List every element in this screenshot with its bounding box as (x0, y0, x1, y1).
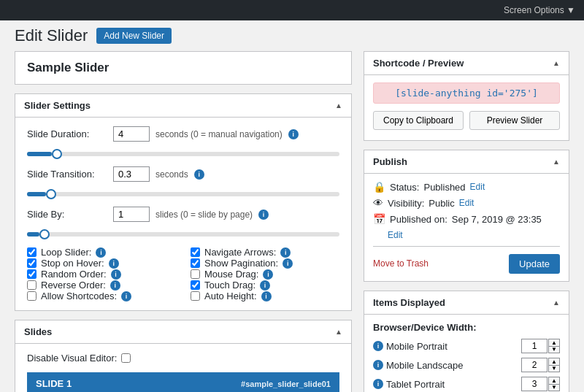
mobile-landscape-down[interactable]: ▼ (548, 365, 560, 372)
slide-by-info-icon[interactable]: i (258, 210, 269, 220)
shortcode-toggle[interactable]: ▲ (553, 59, 560, 67)
slider-settings-header[interactable]: Slider Settings ▲ (15, 94, 351, 118)
slide-transition-thumb[interactable] (46, 189, 56, 199)
update-button[interactable]: Update (509, 254, 560, 274)
published-date-row: 📅 Published on: Sep 7, 2019 @ 23:35 (373, 213, 560, 225)
slide-duration-range (27, 152, 339, 156)
allow-shortcodes-row: Allow Shortcodes: i (27, 291, 176, 301)
mobile-portrait-text: Mobile Portrait (386, 341, 447, 352)
navigate-arrows-info[interactable]: i (280, 247, 291, 258)
mobile-landscape-input[interactable] (521, 358, 548, 372)
slides-toggle[interactable]: ▲ (335, 328, 342, 336)
slider-settings-metabox: Slider Settings ▲ Slide Duration: second… (15, 93, 352, 311)
publish-header[interactable]: Publish ▲ (364, 150, 569, 174)
random-order-checkbox[interactable] (27, 269, 36, 279)
slide-1-header[interactable]: SLIDE 1 #sample_slider_slide01 (27, 372, 339, 392)
slide-duration-track[interactable] (27, 152, 339, 156)
status-label: Status: (390, 182, 419, 193)
visibility-edit-link[interactable]: Edit (459, 198, 474, 208)
tablet-portrait-up[interactable]: ▲ (548, 377, 560, 384)
mobile-portrait-down[interactable]: ▼ (548, 346, 560, 353)
loop-slider-info[interactable]: i (96, 247, 106, 258)
shortcode-code[interactable]: [slide-anything id='275'] (373, 82, 560, 104)
device-mobile-landscape: i Mobile Landscape ▲ ▼ (373, 358, 560, 372)
slide-transition-input[interactable] (113, 166, 150, 182)
mobile-landscape-info[interactable]: i (373, 360, 383, 370)
slide-transition-info-icon[interactable]: i (194, 169, 204, 180)
slide-by-input[interactable] (113, 207, 150, 222)
main-container: Sample Slider Slider Settings ▲ Slide Du… (0, 51, 584, 392)
disable-editor-checkbox[interactable] (121, 353, 131, 363)
reverse-order-row: Reverse Order: i (27, 280, 176, 291)
slide-transition-fill (27, 192, 46, 196)
mouse-drag-checkbox[interactable] (191, 269, 200, 279)
show-pagination-label: Show Pagination: (204, 258, 278, 269)
calendar-icon: 📅 (373, 213, 385, 225)
stop-hover-info[interactable]: i (109, 258, 119, 269)
mouse-drag-info[interactable]: i (263, 269, 273, 280)
show-pagination-checkbox[interactable] (191, 258, 200, 268)
loop-slider-row: Loop Slider: i (27, 247, 176, 258)
publish-toggle[interactable]: ▲ (553, 158, 560, 166)
content-area: Sample Slider Slider Settings ▲ Slide Du… (15, 51, 352, 392)
checkboxes-right: Navigate Arrows: i Show Pagination: i Mo… (191, 247, 339, 301)
slide-transition-range (27, 192, 339, 196)
status-edit-link[interactable]: Edit (470, 182, 485, 192)
auto-height-info[interactable]: i (261, 291, 272, 301)
allow-shortcodes-info[interactable]: i (121, 291, 131, 301)
slider-settings-toggle[interactable]: ▲ (335, 101, 342, 109)
navigate-arrows-checkbox[interactable] (191, 247, 200, 257)
touch-drag-checkbox[interactable] (191, 280, 200, 290)
slide-duration-row: Slide Duration: seconds (0 = manual navi… (27, 126, 339, 142)
add-new-slider-button[interactable]: Add New Slider (96, 28, 172, 44)
slider-settings-title: Slider Settings (24, 100, 91, 111)
sidebar: Shortcode / Preview ▲ [slide-anything id… (364, 51, 569, 392)
auto-height-checkbox[interactable] (191, 291, 200, 301)
status-value: Published (423, 182, 465, 193)
reverse-order-info[interactable]: i (110, 280, 120, 291)
device-mobile-portrait: i Mobile Portrait ▲ ▼ (373, 339, 560, 353)
random-order-info[interactable]: i (111, 269, 121, 280)
tablet-portrait-info[interactable]: i (373, 379, 383, 389)
checkboxes-left: Loop Slider: i Stop on Hover: i Random O… (27, 247, 176, 301)
slide-duration-thumb[interactable] (52, 149, 62, 159)
slide-duration-input[interactable] (113, 126, 150, 142)
slider-name-box: Sample Slider (15, 51, 352, 85)
slider-settings-body: Slide Duration: seconds (0 = manual navi… (15, 118, 351, 310)
top-bar: Screen Options ▼ (0, 0, 584, 20)
show-pagination-info[interactable]: i (283, 258, 293, 269)
slide-by-track[interactable] (27, 232, 339, 237)
loop-slider-checkbox[interactable] (27, 247, 36, 257)
mobile-landscape-stepper: ▲ ▼ (521, 358, 560, 372)
mobile-portrait-info[interactable]: i (373, 341, 383, 351)
allow-shortcodes-checkbox[interactable] (27, 291, 36, 301)
shortcode-metabox: Shortcode / Preview ▲ [slide-anything id… (364, 51, 569, 141)
touch-drag-info[interactable]: i (260, 280, 270, 291)
slide-by-thumb[interactable] (39, 229, 50, 239)
slide-1-id: #sample_slider_slide01 (241, 380, 331, 388)
published-date-edit-link[interactable]: Edit (388, 230, 403, 240)
tablet-portrait-down[interactable]: ▼ (548, 384, 560, 391)
shortcode-header[interactable]: Shortcode / Preview ▲ (364, 52, 569, 75)
reverse-order-label: Reverse Order: (41, 280, 106, 291)
mobile-portrait-up[interactable]: ▲ (548, 339, 560, 346)
items-displayed-toggle[interactable]: ▲ (553, 299, 560, 307)
shortcode-buttons: Copy to Clipboard Preview Slider (373, 111, 560, 130)
random-order-row: Random Order: i (27, 269, 176, 280)
mobile-landscape-text: Mobile Landscape (386, 360, 464, 371)
lock-icon: 🔒 (373, 181, 385, 193)
page-title: Edit Slider (15, 26, 88, 45)
slide-duration-info-icon[interactable]: i (288, 129, 299, 139)
preview-slider-button[interactable]: Preview Slider (469, 111, 560, 130)
mobile-landscape-up[interactable]: ▲ (548, 358, 560, 365)
mobile-portrait-input[interactable] (521, 339, 548, 353)
screen-options-btn[interactable]: Screen Options ▼ (504, 5, 575, 15)
stop-hover-checkbox[interactable] (27, 258, 36, 268)
reverse-order-checkbox[interactable] (27, 280, 36, 290)
allow-shortcodes-label: Allow Shortcodes: (41, 291, 117, 301)
tablet-portrait-input[interactable] (521, 377, 548, 391)
slides-header[interactable]: Slides ▲ (15, 320, 351, 344)
slide-transition-track[interactable] (27, 192, 339, 196)
copy-clipboard-button[interactable]: Copy to Clipboard (373, 111, 464, 130)
items-displayed-header[interactable]: Items Displayed ▲ (364, 291, 569, 315)
